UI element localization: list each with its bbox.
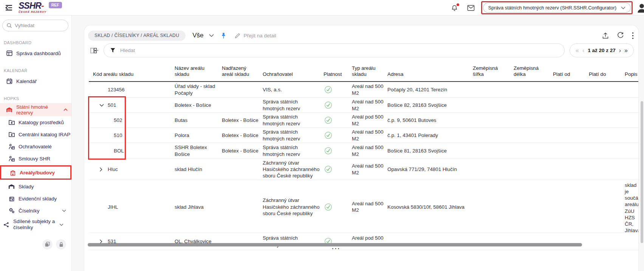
cell-code: 502 — [89, 113, 175, 128]
sidebar-item-sklady[interactable]: Sklady — [0, 180, 71, 192]
sidebar-item-centralni-katalog-irap[interactable]: Centrální katalog IRAP — [0, 128, 71, 140]
sidebar-item-kalendar[interactable]: Kalendář — [0, 75, 71, 87]
refresh-icon[interactable] — [617, 32, 624, 39]
cell-protector: Záchranný útvar Hasičského záchranného s… — [263, 159, 324, 180]
row-expand-icon[interactable] — [99, 167, 102, 172]
column-header[interactable]: Název areálu skladu — [175, 62, 222, 81]
column-header[interactable]: Platnost — [324, 62, 352, 81]
table-row[interactable]: 510PoloraBoletex - BošiceSpráva státních… — [89, 128, 638, 143]
sidebar-item-ciselniky[interactable]: Číselníky — [0, 205, 71, 217]
sidebar-item-sdilene-subjekty[interactable]: Sdílené subjekty a číselníky — [0, 217, 71, 233]
cell-type: Areál pod 500 M2 — [352, 233, 387, 250]
sidebar-search[interactable] — [2, 20, 68, 31]
column-header[interactable]: Typ areálu skladu — [352, 62, 387, 81]
cell-address: Bošice 82, 28163 Svojšice — [387, 98, 473, 112]
lock-button[interactable] — [56, 239, 66, 249]
column-header[interactable]: Nadřazený areál skladu — [222, 62, 263, 81]
table-row[interactable]: Hlucsklad HlučínZáchranný útvar Hasičské… — [89, 159, 638, 180]
table-row[interactable]: 531OL. ChválkoviceSpráva státních hmotný… — [89, 233, 638, 250]
table-row[interactable]: 123456Úřad vlády - sklad PočaplyVIS, a.s… — [89, 82, 638, 98]
next-page-icon[interactable]: › — [619, 48, 621, 54]
cell-valid-from — [553, 82, 589, 97]
sidebar-item-statni-hmotne-rezervy[interactable]: Státní hmotné rezervy — [0, 103, 71, 116]
cell-name: SSHR Boletex Bošice — [175, 143, 222, 159]
column-header[interactable]: Adresa — [387, 62, 473, 81]
table-row[interactable]: 501Boletex - BošiceSpráva státních hmotn… — [89, 98, 638, 113]
user-avatar[interactable] — [636, 2, 644, 14]
more-indicator: ··· — [332, 245, 341, 253]
cell-parent — [222, 82, 263, 97]
pin-icon[interactable] — [221, 32, 226, 39]
sidebar-search-input[interactable] — [15, 23, 64, 28]
kebab-menu-icon[interactable] — [632, 32, 634, 39]
sidebar-item-arealy-budovy[interactable]: Areály/budovy — [1, 166, 70, 179]
cell-lng — [514, 128, 553, 143]
table-search-input[interactable] — [120, 48, 558, 53]
column-header[interactable]: Popis — [625, 62, 638, 81]
content-card: SKLAD / ČÍSELNÍKY / AREÁL SKLADU Vše Pře… — [84, 25, 639, 271]
cell-valid-to — [589, 128, 625, 143]
table-search[interactable] — [104, 43, 565, 57]
cell-type: Areál nad 500 M2 — [352, 180, 387, 234]
cell-lng — [514, 159, 553, 180]
column-chooser-icon[interactable] — [90, 47, 99, 54]
pencil-icon — [235, 32, 241, 38]
cell-valid-from — [553, 128, 589, 143]
section-label-hopks: HOPKS — [4, 96, 67, 101]
calendar-icon — [6, 78, 12, 84]
column-header[interactable]: Kód areálu skladu — [89, 62, 175, 81]
column-header[interactable]: Zeměpisná délka — [514, 62, 553, 81]
cell-description — [625, 233, 638, 250]
view-selector-chevron-icon[interactable] — [209, 34, 214, 37]
mail-icon[interactable] — [467, 5, 475, 11]
column-header[interactable]: Platí do — [589, 62, 625, 81]
building-icon — [9, 170, 16, 176]
column-header[interactable]: Ochraňovatel — [263, 62, 324, 81]
last-page-icon[interactable]: » — [624, 48, 628, 54]
table-row[interactable]: BOLSSHR Boletex BošiceBoletex - BošiceSp… — [89, 143, 638, 159]
cell-description: sklad je součás areálu ZúU HZS ČR, Jihla… — [625, 180, 638, 234]
cell-parent: Boletex - Bošice — [222, 128, 263, 143]
column-header[interactable]: Platí od — [553, 62, 589, 81]
menu-fold-icon[interactable] — [5, 4, 13, 11]
table-header: Kód areálu skladu Název areálu skladu Na… — [89, 62, 638, 82]
column-header[interactable]: Zeměpisná šířka — [473, 62, 514, 81]
first-page-icon[interactable]: « — [576, 48, 579, 54]
sidebar-item-sprava-dashboardu[interactable]: Správa dashboardů — [0, 47, 71, 59]
table-row[interactable]: 502ButasBoletex - BošiceSpráva státních … — [89, 113, 638, 128]
valid-check-icon — [324, 147, 332, 155]
cell-parent — [222, 233, 263, 250]
cell-protector: Správa státních hmotných rezerv — [263, 143, 324, 159]
cell-type: Areál nad 500 M2 — [352, 128, 387, 143]
go-to-detail-link[interactable]: Přejít na detail — [235, 32, 276, 38]
sidebar-item-smlouvy-shr[interactable]: Smlouvy SHR — [0, 152, 71, 165]
chevron-down-icon — [621, 6, 625, 9]
sidebar-item-evidencni-sklady[interactable]: Evidenční sklady — [0, 192, 71, 205]
sidebar-item-ochranovatele[interactable]: Ochraňovatelé — [0, 140, 71, 152]
annotation-arealy-budovy: Areály/budovy — [0, 165, 71, 180]
table-row[interactable]: JIHLsklad JihlavaZáchranný útvar Hasičsk… — [89, 180, 638, 233]
cell-parent — [222, 180, 263, 234]
top-bar: SSHR- ČESKÉ REZERVY REF Správa státních … — [0, 0, 644, 15]
vertical-scrollbar[interactable] — [641, 101, 643, 243]
cell-description — [625, 128, 638, 143]
valid-check-icon — [324, 86, 332, 94]
row-collapse-icon[interactable] — [99, 104, 104, 107]
cell-code: 531 — [89, 233, 175, 250]
cell-description — [625, 82, 638, 97]
records-box-icon — [8, 196, 15, 202]
export-icon[interactable] — [602, 32, 609, 39]
prev-page-icon[interactable]: ‹ — [582, 48, 584, 54]
cell-valid-from — [553, 233, 589, 250]
breadcrumb[interactable]: SKLAD / ČÍSELNÍKY / AREÁL SKLADU — [88, 31, 186, 41]
cell-description — [625, 113, 638, 128]
cell-name: Polora — [175, 128, 222, 143]
cell-valid-from — [553, 143, 589, 159]
copy-button[interactable] — [42, 239, 53, 249]
notifications-bell-icon[interactable] — [450, 4, 458, 12]
role-selector-dropdown[interactable]: Správa státních hmotných rezerv (SHR.SSH… — [483, 3, 631, 13]
cell-protector: Správa státních hmotných rezerv — [263, 113, 324, 128]
view-selector[interactable]: Vše — [192, 32, 203, 39]
annotation-role-selector: Správa státních hmotných rezerv (SHR.SSH… — [481, 1, 633, 14]
sidebar-item-katalogy-prostredku[interactable]: Katalogy prostředků — [0, 116, 71, 128]
